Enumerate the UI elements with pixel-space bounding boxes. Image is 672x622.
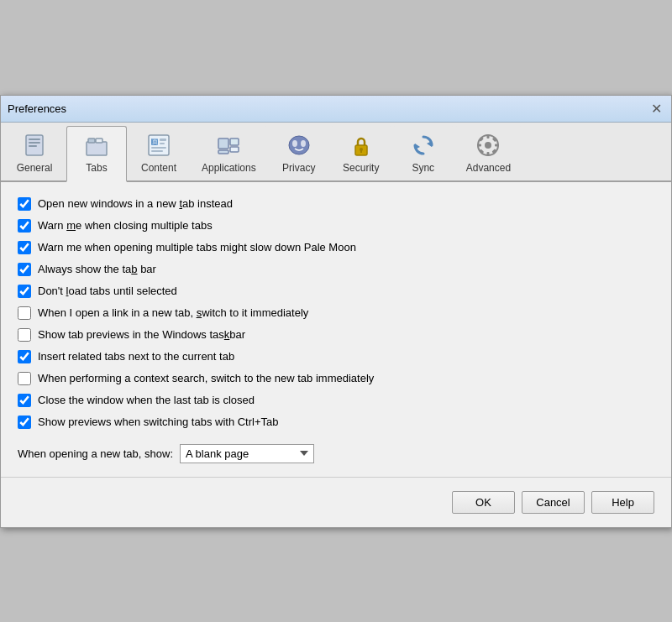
tab-privacy[interactable]: Privacy xyxy=(269,126,329,180)
svg-rect-5 xyxy=(88,139,95,143)
svg-point-19 xyxy=(292,140,297,147)
checkbox-label-1[interactable]: Open new windows in a new tab instead xyxy=(38,197,233,210)
svg-rect-30 xyxy=(477,144,481,146)
checkbox-show-previews-ctrl-tab[interactable] xyxy=(18,416,31,429)
svg-rect-14 xyxy=(218,139,228,149)
svg-rect-10 xyxy=(160,143,165,144)
applications-icon xyxy=(215,132,242,159)
tab-content[interactable]: 页 Content xyxy=(129,126,189,180)
checkbox-dont-load-tabs[interactable] xyxy=(18,285,31,298)
checkbox-always-show-tab-bar[interactable] xyxy=(18,263,31,276)
tab-tabs-label: Tabs xyxy=(86,162,107,174)
new-tab-label: When opening a new tab, show: xyxy=(18,447,173,460)
privacy-icon xyxy=(286,132,312,159)
checkbox-close-window-last-tab[interactable] xyxy=(18,394,31,407)
svg-text:页: 页 xyxy=(152,139,158,145)
tab-general[interactable]: General xyxy=(4,126,65,180)
svg-rect-1 xyxy=(29,139,40,140)
checkbox-item-8: Insert related tabs next to the current … xyxy=(18,348,654,365)
tab-general-label: General xyxy=(17,162,53,174)
checkbox-item-2: Warn me when closing multiple tabs xyxy=(18,217,654,234)
svg-point-27 xyxy=(485,142,491,149)
svg-rect-17 xyxy=(218,150,228,154)
svg-rect-2 xyxy=(29,142,40,144)
tab-applications-label: Applications xyxy=(202,162,256,174)
checkbox-label-3[interactable]: Warn me when opening multiple tabs might… xyxy=(38,241,356,254)
checkbox-item-3: Warn me when opening multiple tabs might… xyxy=(18,239,654,256)
close-button[interactable]: ✕ xyxy=(648,100,664,117)
preferences-window: Preferences ✕ General xyxy=(0,95,672,528)
checkbox-item-5: Don't load tabs until selected xyxy=(18,283,654,300)
tab-content-label: Content xyxy=(141,162,176,174)
tab-security-label: Security xyxy=(343,162,379,174)
checkbox-item-9: When performing a context search, switch… xyxy=(18,370,654,387)
window-title: Preferences xyxy=(8,102,66,115)
sync-icon xyxy=(410,132,437,159)
checkbox-label-9[interactable]: When performing a context search, switch… xyxy=(38,372,374,384)
checkbox-label-2[interactable]: Warn me when closing multiple tabs xyxy=(38,219,213,232)
checkbox-tab-previews-taskbar[interactable] xyxy=(18,328,31,342)
checkbox-warn-closing[interactable] xyxy=(18,219,31,233)
checkbox-warn-opening[interactable] xyxy=(18,241,31,254)
tab-privacy-label: Privacy xyxy=(282,162,315,174)
checkbox-label-10[interactable]: Close the window when the last tab is cl… xyxy=(38,394,255,406)
svg-rect-28 xyxy=(487,134,490,139)
svg-rect-16 xyxy=(230,147,239,152)
svg-rect-4 xyxy=(87,142,107,155)
ok-button[interactable]: OK xyxy=(452,491,515,514)
svg-marker-25 xyxy=(415,144,420,149)
new-tab-select[interactable]: A blank page Your home page Blank page xyxy=(180,444,314,463)
checkbox-item-4: Always show the tab bar xyxy=(18,261,654,278)
svg-rect-15 xyxy=(230,139,239,145)
checkbox-item-11: Show previews when switching tabs with C… xyxy=(18,414,654,431)
new-tab-row: When opening a new tab, show: A blank pa… xyxy=(18,444,654,463)
svg-rect-31 xyxy=(495,144,499,146)
svg-rect-11 xyxy=(151,147,166,149)
svg-marker-24 xyxy=(427,141,432,147)
svg-rect-6 xyxy=(96,139,102,143)
svg-rect-29 xyxy=(487,152,490,156)
tab-sync[interactable]: Sync xyxy=(393,126,454,180)
security-icon xyxy=(348,132,375,159)
checkbox-label-7[interactable]: Show tab previews in the Windows taskbar xyxy=(38,328,245,341)
tab-bar: General Tabs xyxy=(1,123,671,182)
checkbox-item-10: Close the window when the last tab is cl… xyxy=(18,392,654,409)
tab-security[interactable]: Security xyxy=(331,126,391,180)
title-bar: Preferences ✕ xyxy=(1,96,671,123)
checkbox-list: Open new windows in a new tab instead Wa… xyxy=(18,196,654,431)
checkbox-insert-related-tabs[interactable] xyxy=(18,350,31,363)
svg-rect-9 xyxy=(160,139,166,141)
general-icon xyxy=(21,132,48,159)
svg-rect-3 xyxy=(29,145,37,147)
tab-advanced[interactable]: Advanced xyxy=(455,126,522,180)
tab-applications[interactable]: Applications xyxy=(191,126,267,180)
tab-sync-label: Sync xyxy=(412,162,434,174)
checkbox-item-7: Show tab previews in the Windows taskbar xyxy=(18,327,654,343)
checkbox-switch-new-tab[interactable] xyxy=(18,306,31,320)
checkbox-open-new-windows[interactable] xyxy=(18,197,31,211)
checkbox-label-4[interactable]: Always show the tab bar xyxy=(38,263,156,275)
checkbox-item-6: When I open a link in a new tab, switch … xyxy=(18,305,654,321)
cancel-button[interactable]: Cancel xyxy=(522,491,585,514)
checkbox-item-1: Open new windows in a new tab instead xyxy=(18,196,654,212)
svg-point-18 xyxy=(289,136,309,154)
tab-advanced-label: Advanced xyxy=(466,162,511,174)
checkbox-label-5[interactable]: Don't load tabs until selected xyxy=(38,285,177,297)
svg-point-20 xyxy=(301,140,306,147)
checkbox-label-11[interactable]: Show previews when switching tabs with C… xyxy=(38,416,279,428)
content-area: Open new windows in a new tab instead Wa… xyxy=(1,182,671,477)
tab-tabs[interactable]: Tabs xyxy=(66,126,127,182)
button-bar: OK Cancel Help xyxy=(1,477,671,527)
content-icon: 页 xyxy=(145,132,172,159)
svg-rect-23 xyxy=(360,149,362,153)
svg-rect-12 xyxy=(151,150,163,152)
tabs-icon xyxy=(83,132,110,159)
checkbox-context-search[interactable] xyxy=(18,372,31,385)
help-button[interactable]: Help xyxy=(591,491,654,514)
checkbox-label-6[interactable]: When I open a link in a new tab, switch … xyxy=(38,306,308,319)
advanced-icon xyxy=(475,132,501,159)
checkbox-label-8[interactable]: Insert related tabs next to the current … xyxy=(38,350,234,363)
